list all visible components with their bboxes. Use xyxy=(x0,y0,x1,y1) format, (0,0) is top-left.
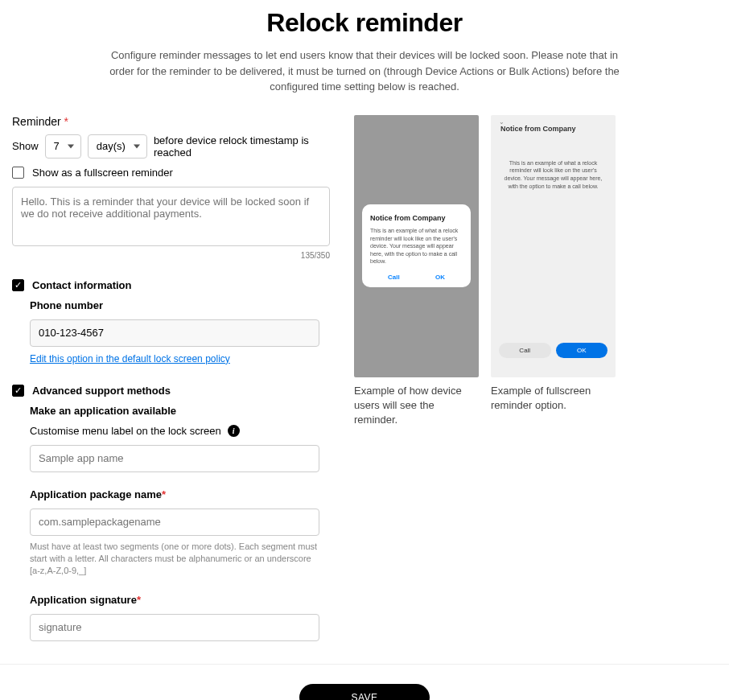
page-description: Configure reminder messages to let end u… xyxy=(99,47,630,95)
dialog-caption: Example of how device users will see the… xyxy=(354,384,479,428)
info-icon[interactable]: i xyxy=(228,425,240,437)
package-input[interactable] xyxy=(30,509,319,536)
dialog-call-btn: Call xyxy=(388,274,400,281)
signature-label: Application signature* xyxy=(30,594,330,606)
contact-checkbox[interactable] xyxy=(12,279,24,291)
fullscreen-ok-btn: OK xyxy=(556,343,608,358)
app-name-input[interactable] xyxy=(30,445,319,472)
fullscreen-checkbox[interactable] xyxy=(12,167,24,179)
edit-default-policy-link[interactable]: Edit this option in the default lock scr… xyxy=(30,353,230,364)
fullscreen-checkbox-label: Show as a fullscreen reminder xyxy=(32,167,173,179)
reminder-label: Reminder * xyxy=(12,115,330,128)
reminder-suffix: before device relock timestamp is reache… xyxy=(154,134,330,159)
advanced-checkbox[interactable] xyxy=(12,385,24,397)
reminder-number-select[interactable]: 7 xyxy=(45,134,81,159)
dialog-title: Notice from Company xyxy=(370,214,463,222)
fullscreen-call-btn: Call xyxy=(499,343,551,358)
make-available-label: Make an application available xyxy=(30,405,330,417)
preview-fullscreen-example: ⌄ Notice from Company This is an example… xyxy=(491,115,616,413)
phone-label: Phone number xyxy=(30,299,330,311)
reminder-message-textarea[interactable] xyxy=(12,187,330,246)
advanced-label: Advanced support methods xyxy=(32,385,171,397)
signature-input[interactable] xyxy=(30,614,319,641)
save-button[interactable]: SAVE xyxy=(299,684,429,700)
dialog-body: This is an example of what a relock remi… xyxy=(370,227,463,265)
show-label: Show xyxy=(12,140,39,152)
fullscreen-title: Notice from Company xyxy=(500,125,576,133)
reminder-unit-select[interactable]: day(s) xyxy=(88,134,147,159)
fullscreen-caption: Example of fullscreen reminder option. xyxy=(491,384,616,413)
package-label: Application package name* xyxy=(30,488,330,500)
contact-label: Contact information xyxy=(32,279,132,291)
customise-label: Customise menu label on the lock screen xyxy=(30,425,221,437)
phone-input[interactable] xyxy=(30,319,319,347)
package-helper: Must have at least two segments (one or … xyxy=(30,541,319,578)
preview-dialog-example: Notice from Company This is an example o… xyxy=(354,115,479,428)
dialog-ok-btn: OK xyxy=(435,274,445,281)
page-title: Relock reminder xyxy=(12,8,717,38)
char-count: 135/350 xyxy=(12,251,330,260)
fullscreen-body: This is an example of what a relock remi… xyxy=(503,159,603,191)
